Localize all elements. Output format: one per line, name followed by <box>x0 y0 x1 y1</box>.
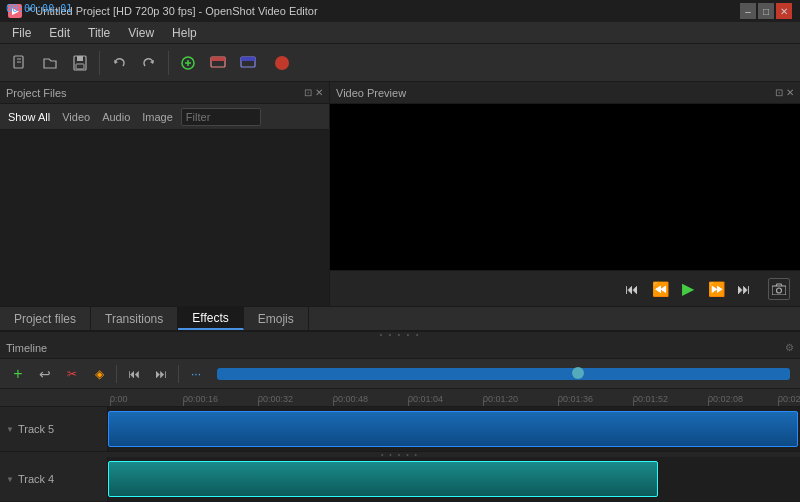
menu-help[interactable]: Help <box>164 24 205 42</box>
top-panels: Project Files ⊡ ✕ Show All Video Audio I… <box>0 82 800 306</box>
track-5-label: ▼ Track 5 <box>0 407 108 451</box>
ruler-line-32 <box>258 400 259 406</box>
project-files-pin[interactable]: ⊡ <box>304 87 312 98</box>
ruler-line-208 <box>708 400 709 406</box>
tab-project-files[interactable]: Project files <box>0 307 91 330</box>
main-content: Project Files ⊡ ✕ Show All Video Audio I… <box>0 82 800 502</box>
preview-panel: Video Preview ⊡ ✕ ⏮ ⏪ ▶ ⏩ ⏭ <box>330 82 800 306</box>
project-files-close[interactable]: ✕ <box>315 87 323 98</box>
next-marker-button[interactable]: ⏭ <box>149 362 173 386</box>
project-files-title: Project Files <box>6 87 67 99</box>
track-5-chevron[interactable]: ▼ <box>6 425 14 434</box>
preview-header-controls: ⊡ ✕ <box>775 87 794 98</box>
track-4-clip[interactable] <box>108 461 658 496</box>
preview-header: Video Preview ⊡ ✕ <box>330 82 800 104</box>
enable-loop-button[interactable]: ↩ <box>33 362 57 386</box>
track-4-name: Track 4 <box>18 473 54 485</box>
project-files-header-controls: ⊡ ✕ <box>304 87 323 98</box>
export-button[interactable] <box>234 49 262 77</box>
menu-bar: File Edit Title View Help <box>0 22 800 44</box>
ruler-mark-0: 0:00 <box>110 394 128 404</box>
timeline-title: Timeline <box>6 342 47 354</box>
svg-rect-5 <box>76 64 84 69</box>
menu-edit[interactable]: Edit <box>41 24 78 42</box>
menu-view[interactable]: View <box>120 24 162 42</box>
import-button[interactable] <box>204 49 232 77</box>
preview-pin[interactable]: ⊡ <box>775 87 783 98</box>
play-button[interactable]: ▶ <box>676 277 700 301</box>
prev-marker-button[interactable]: ⏮ <box>122 362 146 386</box>
new-button[interactable] <box>6 49 34 77</box>
minimize-button[interactable]: – <box>740 3 756 19</box>
ruler-line-0 <box>110 400 111 406</box>
rewind-to-start-button[interactable]: ⏮ <box>620 277 644 301</box>
forward-to-end-button[interactable]: ⏭ <box>732 277 756 301</box>
title-bar: ▶ * Untitled Project [HD 720p 30 fps] - … <box>0 0 800 22</box>
track-5-name: Track 5 <box>18 423 54 435</box>
svg-point-13 <box>275 56 289 70</box>
filter-show-all[interactable]: Show All <box>4 109 54 125</box>
project-files-content <box>0 130 329 306</box>
track-5-content[interactable] <box>108 407 800 451</box>
close-button[interactable]: ✕ <box>776 3 792 19</box>
save-button[interactable] <box>66 49 94 77</box>
ruler-line-end <box>778 400 779 406</box>
rewind-button[interactable]: ⏪ <box>648 277 672 301</box>
menu-title[interactable]: Title <box>80 24 118 42</box>
ruler-line-104 <box>408 400 409 406</box>
seek-bar[interactable] <box>217 368 790 380</box>
ruler-line-120 <box>483 400 484 406</box>
svg-rect-10 <box>211 57 225 61</box>
timeline-sep-1 <box>116 365 117 383</box>
filter-input[interactable] <box>181 108 261 126</box>
track-row-4: ▼ Track 4 <box>0 457 800 502</box>
tabs-bar: Project files Transitions Effects Emojis <box>0 306 800 332</box>
menu-file[interactable]: File <box>4 24 39 42</box>
tab-emojis[interactable]: Emojis <box>244 307 309 330</box>
timeline-tools: 00:00:00,01 + ↩ ✂ ◈ ⏮ ⏭ ··· <box>0 359 800 389</box>
add-marker-button[interactable]: ··· <box>184 362 208 386</box>
ruler-mark-48: 00:00:48 <box>333 394 368 404</box>
title-bar-controls: – □ ✕ <box>740 3 792 19</box>
track-5-clip[interactable] <box>108 411 798 446</box>
timecode-display: 00:00:00,01 <box>6 3 72 14</box>
razor-button[interactable]: ◈ <box>87 362 111 386</box>
timeline-section: Timeline ⚙ 00:00:00,01 + ↩ ✂ ◈ ⏮ ⏭ ··· <box>0 337 800 502</box>
track-4-content[interactable] <box>108 457 800 501</box>
undo-button[interactable] <box>105 49 133 77</box>
toolbar-separator-2 <box>168 51 169 75</box>
svg-rect-12 <box>241 57 255 61</box>
open-button[interactable] <box>36 49 64 77</box>
toolbar <box>0 44 800 82</box>
fast-forward-button[interactable]: ⏩ <box>704 277 728 301</box>
ruler-mark-104: 00:01:04 <box>408 394 443 404</box>
playback-controls: ⏮ ⏪ ▶ ⏩ ⏭ <box>330 270 800 306</box>
tab-effects[interactable]: Effects <box>178 307 243 330</box>
add-button[interactable] <box>174 49 202 77</box>
timeline-tracks: ▼ Track 5 • • • • • ▼ Track 4 <box>0 407 800 502</box>
timeline-settings[interactable]: ⚙ <box>785 342 794 353</box>
maximize-button[interactable]: □ <box>758 3 774 19</box>
ruler-mark-152: 00:01:52 <box>633 394 668 404</box>
filter-video[interactable]: Video <box>58 109 94 125</box>
screenshot-button[interactable] <box>768 278 790 300</box>
ruler-mark-32: 00:00:32 <box>258 394 293 404</box>
track-4-label: ▼ Track 4 <box>0 457 108 501</box>
project-files-panel: Project Files ⊡ ✕ Show All Video Audio I… <box>0 82 330 306</box>
tab-transitions[interactable]: Transitions <box>91 307 178 330</box>
redo-button[interactable] <box>135 49 163 77</box>
seek-handle[interactable] <box>572 367 584 379</box>
cut-button[interactable]: ✂ <box>60 362 84 386</box>
preview-title: Video Preview <box>336 87 406 99</box>
filter-image[interactable]: Image <box>138 109 177 125</box>
svg-rect-4 <box>77 56 83 61</box>
svg-rect-14 <box>772 286 786 295</box>
record-button[interactable] <box>268 49 296 77</box>
track-4-chevron[interactable]: ▼ <box>6 475 14 484</box>
add-track-button[interactable]: + <box>6 362 30 386</box>
preview-close[interactable]: ✕ <box>786 87 794 98</box>
filter-audio[interactable]: Audio <box>98 109 134 125</box>
ruler-line-136 <box>558 400 559 406</box>
timeline-sep-2 <box>178 365 179 383</box>
ruler-mark-end: 00:02: <box>778 394 800 404</box>
